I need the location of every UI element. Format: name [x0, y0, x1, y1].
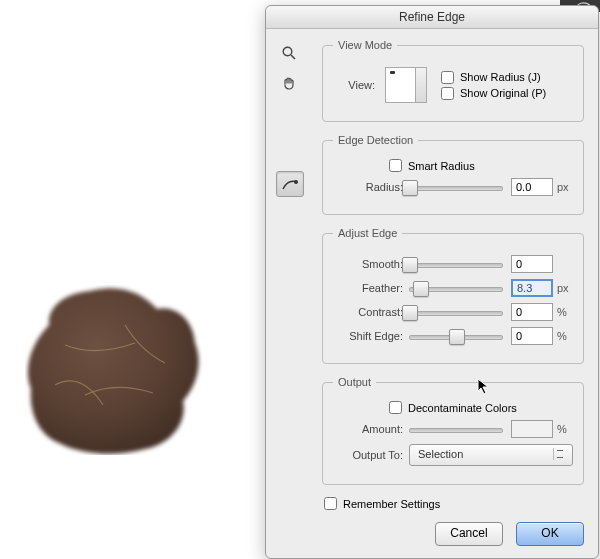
smart-radius-input[interactable]: [389, 159, 402, 172]
show-original-label: Show Original (P): [460, 87, 546, 99]
view-mode-picker[interactable]: [385, 67, 427, 103]
adjust-edge-legend: Adjust Edge: [333, 227, 402, 239]
radius-slider[interactable]: [409, 180, 503, 194]
view-mode-group: View Mode View: Show Radius (J) Show Ori: [322, 39, 584, 122]
show-radius-label: Show Radius (J): [460, 71, 541, 83]
contrast-slider[interactable]: [409, 305, 503, 319]
smart-radius-label: Smart Radius: [408, 160, 475, 172]
edge-detection-legend: Edge Detection: [333, 134, 418, 146]
contrast-field[interactable]: [511, 303, 553, 321]
hand-tool[interactable]: [276, 71, 302, 95]
refine-radius-tool[interactable]: [276, 171, 304, 197]
show-original-input[interactable]: [441, 87, 454, 100]
decontaminate-label: Decontaminate Colors: [408, 402, 517, 414]
svg-line-1: [291, 55, 295, 59]
smooth-field[interactable]: [511, 255, 553, 273]
output-to-value: Selection: [418, 448, 463, 460]
amount-field: [511, 420, 553, 438]
feather-slider[interactable]: [409, 281, 503, 295]
decontaminate-checkbox[interactable]: Decontaminate Colors: [389, 401, 573, 414]
remember-settings-input[interactable]: [324, 497, 337, 510]
dialog-buttons: Cancel OK: [425, 522, 584, 546]
adjust-edge-group: Adjust Edge Smooth: Feather:: [322, 227, 584, 364]
tool-column: [276, 41, 304, 203]
smart-radius-checkbox[interactable]: Smart Radius: [389, 159, 573, 172]
radius-field[interactable]: [511, 178, 553, 196]
decontaminate-input[interactable]: [389, 401, 402, 414]
shift-edge-field[interactable]: [511, 327, 553, 345]
refine-edge-dialog: Refine Edge View Mode: [265, 5, 599, 559]
cancel-button[interactable]: Cancel: [435, 522, 503, 546]
output-to-select[interactable]: Selection: [409, 444, 573, 466]
show-radius-checkbox[interactable]: Show Radius (J): [441, 71, 546, 84]
feather-label: Feather:: [333, 282, 409, 294]
dialog-title[interactable]: Refine Edge: [266, 6, 598, 29]
show-radius-input[interactable]: [441, 71, 454, 84]
selection-preview: [25, 285, 205, 455]
radius-label: Radius:: [333, 181, 409, 193]
ok-button[interactable]: OK: [516, 522, 584, 546]
amount-label: Amount:: [333, 423, 409, 435]
remember-settings-label: Remember Settings: [343, 498, 440, 510]
shift-edge-label: Shift Edge:: [333, 330, 409, 342]
remember-settings-checkbox[interactable]: Remember Settings: [324, 497, 584, 510]
radius-unit: px: [557, 181, 573, 193]
shift-edge-unit: %: [557, 330, 573, 342]
canvas: Refine Edge View Mode: [0, 0, 600, 559]
view-label: View:: [333, 79, 381, 91]
feather-unit: px: [557, 282, 573, 294]
contrast-label: Contrast:: [333, 306, 409, 318]
smooth-label: Smooth:: [333, 258, 409, 270]
contrast-unit: %: [557, 306, 573, 318]
svg-point-2: [294, 180, 298, 184]
view-mode-legend: View Mode: [333, 39, 397, 51]
shift-edge-slider[interactable]: [409, 329, 503, 343]
smooth-slider[interactable]: [409, 257, 503, 271]
amount-slider: [409, 422, 503, 436]
svg-point-0: [283, 47, 292, 56]
show-original-checkbox[interactable]: Show Original (P): [441, 87, 546, 100]
amount-unit: %: [557, 423, 573, 435]
feather-field[interactable]: [511, 279, 553, 297]
output-legend: Output: [333, 376, 376, 388]
edge-detection-group: Edge Detection Smart Radius Radius: px: [322, 134, 584, 215]
output-to-label: Output To:: [333, 449, 409, 461]
output-group: Output Decontaminate Colors Amount: %: [322, 376, 584, 485]
zoom-tool[interactable]: [276, 41, 302, 65]
